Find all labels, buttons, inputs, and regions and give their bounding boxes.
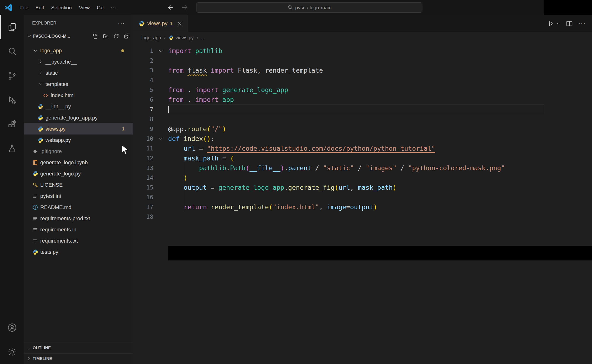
tree-item-pytest-ini[interactable]: pytest.ini: [24, 190, 133, 202]
tree-item-requirements-txt[interactable]: requirements.txt: [24, 235, 133, 246]
menu-more-button[interactable]: ···: [107, 5, 121, 11]
tree-item-license[interactable]: LICENSE: [24, 179, 133, 190]
activity-bar-run-and-debug[interactable]: [0, 88, 24, 112]
editor-actions: ···: [547, 15, 592, 32]
python-icon: [33, 171, 38, 177]
breadcrumb-file[interactable]: views.py: [176, 35, 194, 40]
list-icon: [33, 227, 38, 233]
tree-item-generate-logo-ipynb[interactable]: generate_logo.ipynb: [24, 157, 133, 168]
line-number: 7: [133, 104, 153, 114]
code-line-12[interactable]: 12 mask_path = (: [133, 153, 592, 163]
forward-button[interactable]: [181, 4, 189, 12]
account-icon: [7, 323, 17, 332]
tree-item-logo-app[interactable]: logo_app: [24, 45, 133, 56]
tree-item-webapp-py[interactable]: webapp.py: [24, 135, 133, 146]
tree-item-templates[interactable]: templates: [24, 78, 133, 90]
code-line-2[interactable]: 2: [133, 56, 592, 65]
menu-view[interactable]: View: [75, 5, 93, 11]
fold-gutter: [153, 85, 168, 95]
menu-go[interactable]: Go: [93, 5, 107, 11]
code-line-14[interactable]: 14 ): [133, 173, 592, 182]
code-area[interactable]: 1import pathlib23from flask import Flask…: [133, 43, 592, 364]
menu-selection[interactable]: Selection: [48, 5, 75, 11]
activity-bar-source-control[interactable]: [0, 64, 24, 88]
tree-item-generate-logo-py[interactable]: generate_logo.py: [24, 168, 133, 179]
chevron-right-icon-wrap: [37, 70, 44, 76]
chevron-down-icon: [158, 136, 164, 142]
file-icon-wrap: [42, 93, 49, 98]
code-line-18[interactable]: 18: [133, 212, 592, 222]
code-line-4[interactable]: 4: [133, 75, 592, 85]
list-icon: [33, 216, 38, 221]
activity-bar-explorer[interactable]: [0, 15, 24, 39]
code-line-10[interactable]: 10def index():: [133, 134, 592, 143]
tree-item-gitignore[interactable]: .gitignore: [24, 146, 133, 157]
fold-chevron-down-icon-wrap[interactable]: [153, 46, 168, 56]
breadcrumb-folder[interactable]: logo_app: [142, 35, 161, 40]
code-line-17[interactable]: 17 return render_template("index.html", …: [133, 202, 592, 212]
tree-item-generate-logo-app-py[interactable]: generate_logo_app.py: [24, 112, 133, 123]
activity-bar-search[interactable]: [0, 39, 24, 64]
file-icon-wrap: [32, 149, 39, 154]
code-line-16[interactable]: 16: [133, 192, 592, 202]
tree-item-label: pytest.ini: [40, 193, 61, 199]
workspace-twisty-wrap: [26, 33, 32, 39]
command-center-search[interactable]: pvscc-logo-main: [196, 2, 423, 13]
fold-gutter: [153, 104, 168, 114]
breadcrumb-symbol[interactable]: ...: [201, 35, 205, 40]
timeline-panel-header[interactable]: TIMELINE: [24, 353, 133, 364]
editor-more-actions-button[interactable]: ···: [578, 20, 586, 27]
new-file-button[interactable]: [92, 33, 98, 39]
back-button[interactable]: [167, 4, 175, 12]
breadcrumb-separator: ›: [164, 34, 165, 41]
code-line-11[interactable]: 11 url = "https://code.visualstudio.com/…: [133, 143, 592, 153]
code-line-1[interactable]: 1import pathlib: [133, 46, 592, 56]
line-number: 5: [133, 85, 153, 95]
tree-item-init-py[interactable]: __init__.py: [24, 101, 133, 112]
activity-bar-extensions[interactable]: [0, 112, 24, 136]
menu-edit[interactable]: Edit: [32, 5, 48, 11]
tree-item-index-html[interactable]: index.html: [24, 90, 133, 101]
new-folder-button[interactable]: [103, 33, 109, 39]
outline-panel-header[interactable]: OUTLINE: [24, 343, 133, 353]
menu-file[interactable]: File: [17, 5, 32, 11]
fold-gutter: [153, 153, 168, 163]
tree-item-pycache[interactable]: __pycache__: [24, 56, 133, 67]
refresh-explorer-button[interactable]: [113, 33, 119, 39]
tree-item-views-py[interactable]: views.py1: [24, 123, 133, 135]
chevron-down-icon: [158, 48, 164, 54]
code-text: pathlib.Path(__file__).parent / "static"…: [168, 163, 505, 173]
tree-item-label: .gitignore: [40, 148, 62, 155]
explorer-more-button[interactable]: ···: [118, 20, 125, 26]
fold-chevron-down-icon-wrap[interactable]: [153, 134, 168, 143]
code-line-6[interactable]: 6from . import app: [133, 95, 592, 104]
workspace-section-header[interactable]: PVSCC-LOGO-M...: [24, 31, 133, 41]
run-python-file-button[interactable]: [547, 20, 554, 27]
gear-icon: [7, 347, 17, 357]
tab-close-button[interactable]: [177, 21, 182, 26]
code-line-7[interactable]: 7: [133, 104, 592, 114]
tree-item-tests-py[interactable]: tests.py: [24, 246, 133, 258]
run-dropdown-button[interactable]: [556, 21, 560, 26]
code-text: from flask import Flask, render_template: [168, 65, 323, 75]
tree-item-label: templates: [46, 81, 68, 87]
activity-bar-testing[interactable]: [0, 136, 24, 161]
activity-bar-settings[interactable]: [0, 340, 24, 364]
activity-bar-accounts[interactable]: [0, 315, 24, 340]
tree-item-readme-md[interactable]: README.md: [24, 202, 133, 213]
tab-views-py[interactable]: views.py 1: [133, 15, 188, 32]
tree-item-requirements-in[interactable]: requirements.in: [24, 224, 133, 235]
code-text: from . import generate_logo_app: [168, 85, 288, 95]
code-line-13[interactable]: 13 pathlib.Path(__file__).parent / "stat…: [133, 163, 592, 173]
code-line-15[interactable]: 15 output = generate_logo_app.generate_f…: [133, 182, 592, 192]
code-line-3[interactable]: 3from flask import Flask, render_templat…: [133, 65, 592, 75]
code-line-9[interactable]: 9@app.route("/"): [133, 124, 592, 134]
code-line-5[interactable]: 5from . import generate_logo_app: [133, 85, 592, 95]
tree-item-label: index.html: [51, 92, 75, 98]
tree-item-static[interactable]: static: [24, 67, 133, 78]
split-editor-button[interactable]: [566, 20, 573, 27]
tree-item-requirements-prod-txt[interactable]: requirements-prod.txt: [24, 213, 133, 224]
code-line-8[interactable]: 8: [133, 114, 592, 124]
line-number: 16: [133, 192, 153, 202]
collapse-folders-button[interactable]: [124, 33, 130, 39]
